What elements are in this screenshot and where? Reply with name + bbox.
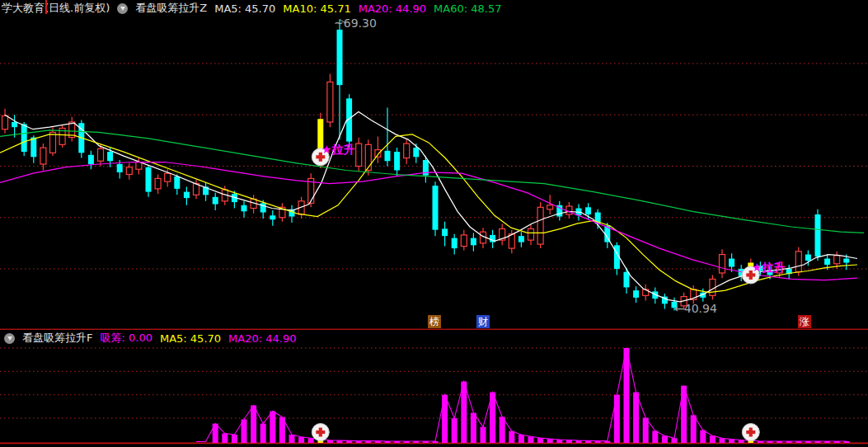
candle-body[interactable] xyxy=(452,238,457,248)
ma5-value: MA5: 45.70 xyxy=(214,2,275,15)
sub-indicator-name[interactable]: 看盘吸筹拉升F xyxy=(22,331,92,346)
candle-body[interactable] xyxy=(471,238,476,246)
accumulation-bar[interactable] xyxy=(528,436,534,443)
accumulation-bar[interactable] xyxy=(624,348,630,443)
candle-body[interactable] xyxy=(547,205,553,209)
candle-body[interactable] xyxy=(805,255,811,261)
candle-body[interactable] xyxy=(21,124,27,152)
candle-body[interactable] xyxy=(433,186,439,230)
candle-body[interactable] xyxy=(365,144,371,170)
accumulation-bar[interactable] xyxy=(442,395,448,443)
candle-body[interactable] xyxy=(834,256,840,264)
sub-ma5-value: MA5: 45.70 xyxy=(160,332,221,345)
accumulation-bar[interactable] xyxy=(662,435,668,443)
candle-body[interactable] xyxy=(155,178,161,188)
main-panel-header: 学大教育(日线.前复权) 看盘吸筹拉升Z MA5: 45.70 MA10: 45… xyxy=(0,0,868,16)
candle-body[interactable] xyxy=(385,151,391,161)
xichou-value: 吸筹: 0.00 xyxy=(100,331,152,346)
accumulation-bar[interactable] xyxy=(672,438,678,443)
candle-body[interactable] xyxy=(394,152,400,170)
candle-body[interactable] xyxy=(566,206,572,214)
accumulation-bar[interactable] xyxy=(222,434,228,443)
candle-body[interactable] xyxy=(40,148,46,164)
candle-body[interactable] xyxy=(720,255,725,273)
candle-body[interactable] xyxy=(184,192,190,198)
candle-body[interactable] xyxy=(795,252,801,272)
watermark-badge-cai: 财 xyxy=(476,315,490,328)
accumulation-bar[interactable] xyxy=(251,405,256,443)
low-price-annotation: ←40.94 xyxy=(674,302,717,315)
accumulation-bar[interactable] xyxy=(452,418,457,443)
accumulation-bar[interactable] xyxy=(710,435,716,443)
candle-body[interactable] xyxy=(815,214,821,256)
candle-body[interactable] xyxy=(327,82,333,122)
candle-body[interactable] xyxy=(174,176,180,189)
main-indicator-name[interactable]: 看盘吸筹拉升Z xyxy=(135,1,207,16)
stock-title: 学大教育(日线.前复权) xyxy=(2,1,110,16)
accumulation-bar[interactable] xyxy=(481,427,486,443)
candle-body[interactable] xyxy=(624,272,630,288)
candle-body[interactable] xyxy=(2,115,8,129)
candle-body[interactable] xyxy=(528,228,534,240)
accumulation-bar[interactable] xyxy=(547,439,553,443)
candle-body[interactable] xyxy=(461,235,467,247)
candle-body[interactable] xyxy=(136,162,142,170)
candle-body[interactable] xyxy=(50,132,56,153)
ma60-value: MA60: 48.57 xyxy=(434,2,501,15)
accumulation-bar[interactable] xyxy=(633,393,639,443)
candle-body[interactable] xyxy=(146,167,152,192)
accumulation-bar[interactable] xyxy=(270,412,275,443)
candle-body[interactable] xyxy=(375,150,381,158)
chart-canvas[interactable] xyxy=(0,0,868,447)
candle-body[interactable] xyxy=(260,203,266,212)
accumulation-bar[interactable] xyxy=(700,431,706,443)
accumulation-bar[interactable] xyxy=(614,395,620,443)
candle-body[interactable] xyxy=(404,144,410,158)
accumulation-bar[interactable] xyxy=(289,435,295,443)
candle-body[interactable] xyxy=(12,122,17,127)
candle-body[interactable] xyxy=(356,144,362,166)
candle-body[interactable] xyxy=(98,148,104,161)
candle-body[interactable] xyxy=(30,138,36,158)
candle-body[interactable] xyxy=(442,228,448,236)
accumulation-bar[interactable] xyxy=(471,413,476,443)
candle-body[interactable] xyxy=(107,152,113,161)
watermark-badge-bang: 榜 xyxy=(428,315,441,328)
sub-ma20-value: MA20: 44.90 xyxy=(228,332,296,345)
accumulation-bar[interactable] xyxy=(643,418,649,443)
candle-body[interactable] xyxy=(537,207,543,244)
sub-panel-header: 看盘吸筹拉升F 吸筹: 0.00 MA5: 45.70 MA20: 44.90 xyxy=(0,330,868,346)
candle-body[interactable] xyxy=(518,236,524,242)
accumulation-bar[interactable] xyxy=(232,435,237,443)
high-price-annotation: ~69.30 xyxy=(334,16,377,30)
accumulation-bar[interactable] xyxy=(260,424,266,443)
candle-body[interactable] xyxy=(213,197,218,205)
collapse-sub-indicator-icon[interactable] xyxy=(4,333,15,344)
candle-body[interactable] xyxy=(633,290,639,298)
accumulation-bar[interactable] xyxy=(691,415,697,443)
candle-body[interactable] xyxy=(413,148,419,157)
accumulation-bar[interactable] xyxy=(720,438,725,443)
stock-chart-app: 学大教育(日线.前复权) 看盘吸筹拉升Z MA5: 45.70 MA10: 45… xyxy=(0,0,868,447)
candle-body[interactable] xyxy=(270,215,275,219)
watermark-badge-zhang: 涨 xyxy=(798,315,811,328)
accumulation-bar[interactable] xyxy=(509,431,514,443)
candle-body[interactable] xyxy=(824,259,830,265)
accumulation-bar[interactable] xyxy=(308,438,314,443)
candle-body[interactable] xyxy=(729,259,734,267)
candle-body[interactable] xyxy=(117,164,123,172)
candle-body[interactable] xyxy=(88,155,94,164)
ma20-value: MA20: 44.90 xyxy=(359,2,426,15)
candle-body[interactable] xyxy=(585,207,591,214)
collapse-main-indicator-icon[interactable] xyxy=(117,3,128,14)
accumulation-bar[interactable] xyxy=(298,437,304,443)
accumulation-bar[interactable] xyxy=(652,431,658,443)
candle-body[interactable] xyxy=(337,30,343,85)
candle-body[interactable] xyxy=(242,205,247,211)
candle-body[interactable] xyxy=(126,167,132,175)
accumulation-bar[interactable] xyxy=(518,435,524,443)
accumulation-bar[interactable] xyxy=(537,438,543,443)
accumulation-bar[interactable] xyxy=(500,416,505,443)
candle-body[interactable] xyxy=(843,259,849,263)
candle-body[interactable] xyxy=(165,173,171,181)
